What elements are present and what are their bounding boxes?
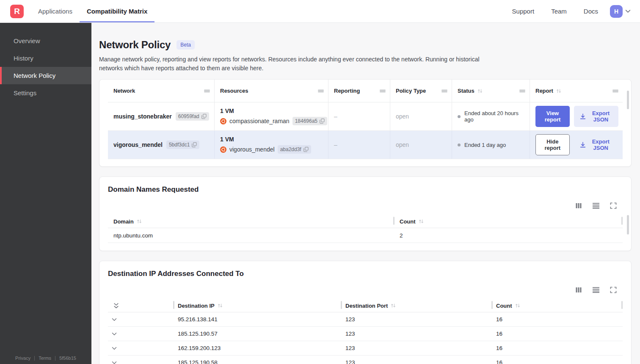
column-menu-icon[interactable] <box>318 89 324 93</box>
column-header-status[interactable]: Status <box>452 80 530 102</box>
sort-icon[interactable] <box>419 219 424 224</box>
sort-icon[interactable] <box>218 303 223 308</box>
export-json-button[interactable]: Export JSON <box>574 134 618 155</box>
resources-count: 1 VM <box>220 136 234 143</box>
table-toolbar <box>108 202 617 209</box>
column-menu-icon[interactable] <box>519 89 525 93</box>
resource-id-pill[interactable]: 184696a5 <box>292 117 327 125</box>
sort-icon[interactable] <box>137 219 142 224</box>
rows-icon[interactable] <box>592 202 600 209</box>
destination-port-cell: 123 <box>342 312 492 326</box>
destinations-card: Destination IP Addresses Connected To De… <box>99 261 632 364</box>
column-header-domain[interactable]: Domain <box>108 215 394 228</box>
destinations-table: Destination IP Destination Port Count 95… <box>108 299 623 364</box>
export-json-button[interactable]: Export JSON <box>574 106 618 127</box>
sort-icon[interactable] <box>391 303 396 308</box>
column-header-report[interactable]: Report <box>530 80 623 102</box>
top-nav: R Applications Compatibility Matrix Supp… <box>0 0 640 23</box>
table-scrollbar[interactable] <box>627 215 629 234</box>
column-label: Resources <box>220 88 248 94</box>
export-json-label: Export JSON <box>589 110 612 123</box>
reporting-cell: – <box>328 131 390 159</box>
tab-compatibility-matrix[interactable]: Compatibility Matrix <box>80 0 154 22</box>
copy-icon[interactable] <box>320 119 325 124</box>
column-menu-icon[interactable] <box>204 89 210 93</box>
table-scrollbar[interactable] <box>627 91 629 109</box>
link-support[interactable]: Support <box>512 8 535 15</box>
fullscreen-icon[interactable] <box>610 287 617 293</box>
expand-all-header[interactable] <box>108 299 174 312</box>
network-id-pill[interactable]: 5bdf3dc1 <box>166 141 199 149</box>
beta-badge: Beta <box>177 40 195 50</box>
network-name: musing_stonebraker <box>113 113 172 120</box>
sidebar-item-settings[interactable]: Settings <box>0 84 91 102</box>
link-team[interactable]: Team <box>551 8 567 15</box>
column-header-network[interactable]: Network <box>108 80 215 102</box>
count-cell: 16 <box>492 312 623 326</box>
sidebar-item-overview[interactable]: Overview <box>0 32 91 50</box>
copy-icon[interactable] <box>303 147 309 152</box>
chevron-down-icon[interactable] <box>112 361 117 364</box>
column-header-policy-type[interactable]: Policy Type <box>390 80 452 102</box>
link-docs[interactable]: Docs <box>584 8 598 15</box>
column-header-destination-ip[interactable]: Destination IP <box>174 299 342 312</box>
fullscreen-icon[interactable] <box>610 202 617 209</box>
column-label: Destination IP <box>178 303 215 309</box>
status-dot <box>458 143 461 146</box>
resource-id-pill[interactable]: aba2dd3f <box>278 145 311 154</box>
column-menu-icon[interactable] <box>612 89 618 93</box>
chevron-down-icon[interactable] <box>112 332 117 336</box>
columns-icon[interactable] <box>575 202 582 209</box>
destination-port-cell: 123 <box>342 356 492 364</box>
privacy-link[interactable]: Privacy <box>15 356 30 361</box>
sidebar-footer: Privacy Terms 5f56b15 <box>0 356 91 361</box>
view-report-button[interactable]: View report <box>535 106 570 127</box>
network-name-cell: musing_stonebraker 60959fad <box>108 102 215 130</box>
row-expander[interactable] <box>108 341 174 355</box>
column-label: Reporting <box>334 88 360 94</box>
network-id-pill[interactable]: 60959fad <box>176 112 209 121</box>
network-name-cell: vigorous_mendel 5bdf3dc1 <box>108 131 215 159</box>
column-header-resources[interactable]: Resources <box>215 80 328 102</box>
column-header-count[interactable]: Count <box>492 299 623 312</box>
column-header-destination-port[interactable]: Destination Port <box>342 299 492 312</box>
reporting-cell: – <box>328 102 390 130</box>
row-expander[interactable] <box>108 312 174 326</box>
tab-applications[interactable]: Applications <box>31 0 80 22</box>
count-cell: 16 <box>492 341 623 355</box>
sidebar-item-history[interactable]: History <box>0 50 91 67</box>
copy-icon[interactable] <box>201 114 207 119</box>
row-expander[interactable] <box>108 327 174 341</box>
app-logo[interactable]: R <box>10 5 24 18</box>
sort-icon[interactable] <box>477 88 483 94</box>
chevron-double-down-icon[interactable] <box>113 303 119 309</box>
row-expander[interactable] <box>108 356 174 364</box>
chevron-down-icon[interactable] <box>112 318 117 321</box>
avatar[interactable]: H <box>610 5 623 18</box>
column-header-count[interactable]: Count <box>394 215 623 228</box>
build-version: 5f56b15 <box>59 356 76 361</box>
sidebar-item-network-policy[interactable]: Network Policy <box>0 67 91 84</box>
hide-report-button[interactable]: Hide report <box>535 134 570 155</box>
domains-table-header: Domain Count <box>108 215 623 228</box>
sort-icon[interactable] <box>515 303 520 308</box>
chevron-down-icon[interactable] <box>625 9 631 13</box>
sort-icon[interactable] <box>556 88 561 94</box>
terms-link[interactable]: Terms <box>39 356 51 361</box>
topnav-spacer <box>154 0 512 22</box>
main-content: Network Policy Beta Manage network polic… <box>91 23 640 364</box>
column-menu-icon[interactable] <box>380 89 386 93</box>
columns-icon[interactable] <box>575 287 582 293</box>
resource-id: 184696a5 <box>295 118 317 124</box>
domain-cell: ntp.ubuntu.com <box>108 228 394 243</box>
chevron-down-icon[interactable] <box>112 347 117 350</box>
copy-icon[interactable] <box>192 142 197 147</box>
report-cell: View report Export JSON <box>530 102 623 130</box>
column-label: Count <box>496 303 512 309</box>
column-label: Destination Port <box>345 303 388 309</box>
column-header-reporting[interactable]: Reporting <box>328 80 390 102</box>
rows-icon[interactable] <box>592 287 600 293</box>
page-title: Network Policy <box>99 39 171 51</box>
column-menu-icon[interactable] <box>441 89 447 93</box>
table-row: 95.216.138.141 123 16 <box>108 312 623 327</box>
